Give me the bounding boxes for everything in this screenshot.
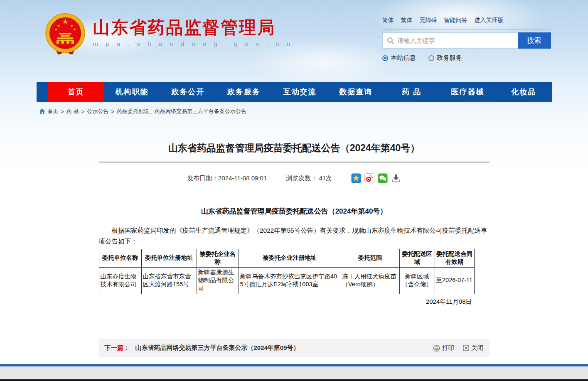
breadcrumb-announcements[interactable]: 公示公告 (87, 108, 108, 115)
view-count-value: 41次 (319, 175, 332, 182)
radio-selected-icon (382, 55, 388, 61)
scope-site-info-radio[interactable]: 本站信息 (382, 54, 416, 62)
main-nav: 首页 机构职能 政务公开 政务服务 互动交流 数据查询 药 品 医疗器械 化妆品 (37, 82, 552, 102)
utility-links: 简体 繁体 无障碍 智能问答 进入关怀版 (382, 17, 551, 29)
print-label: 打印 (442, 344, 455, 352)
view-count: 浏览次数： 41次 (286, 175, 332, 182)
link-traditional[interactable]: 繁体 (401, 17, 413, 24)
link-care-version[interactable]: 进入关怀版 (475, 17, 504, 24)
cell-contract-validity: 至2026-07-11 (435, 267, 474, 294)
col-region: 委托配送区域 (399, 249, 435, 267)
nav-spacer (37, 82, 48, 102)
col-contract-validity: 委托配送合同有效期 (435, 249, 474, 267)
nav-item-gov-service[interactable]: 政务服务 (216, 82, 272, 102)
article-paragraph: 根据国家药监局印发的《疫苗生产流通管理规定》（2022年第55号公告）有关要求，… (99, 225, 490, 247)
col-entrusting-address: 委托单位注册地址 (141, 249, 197, 267)
footer-dark-strip (0, 379, 588, 381)
footer-gray-strip (0, 366, 588, 379)
site-url: m p a . s h a n d o n g . g o v . c n (93, 40, 293, 47)
search-icon (387, 37, 394, 44)
nav-item-cosmetics[interactable]: 化妆品 (496, 82, 552, 102)
search-button[interactable]: 搜索 (518, 32, 551, 49)
cell-entrusting-address: 山东省东营市东营区大渡河路155号 (141, 267, 197, 294)
link-smart-qa[interactable]: 智能问答 (444, 17, 467, 24)
page-footer (0, 364, 588, 381)
nav-item-home[interactable]: 首页 (48, 82, 104, 102)
article-footer-bar: 下一篇： 山东省药品网络交易第三方平台备案公示（2024年第09号） 打印 (99, 339, 490, 357)
search-input[interactable] (398, 37, 514, 44)
breadcrumb-home[interactable]: 首页 (48, 108, 59, 115)
breadcrumb-separator: > (81, 108, 85, 115)
radio-unselected-icon (428, 55, 434, 61)
weibo-share-icon[interactable] (364, 173, 374, 183)
cell-entrusted-name: 新疆鑫康源生物制品有限公司 (197, 267, 239, 294)
share-bar (351, 173, 401, 183)
col-entrusted-address: 被委托企业注册地址 (239, 249, 341, 267)
national-emblem-icon: ★ ★ ★ ★ ★ (43, 12, 87, 58)
svg-text:★: ★ (70, 24, 74, 28)
nav-item-interaction[interactable]: 互动交流 (272, 82, 328, 102)
article-subtitle: 山东省药品监督管理局疫苗委托配送公告（2024年第40号） (99, 206, 490, 216)
nav-item-functions[interactable]: 机构职能 (104, 82, 160, 102)
col-entrusting-name: 委托单位名称 (99, 249, 141, 267)
article-meta: 发布日期：2024-11-08 09:01 浏览次数： 41次 (99, 173, 490, 183)
publish-date-label: 发布日期： (187, 175, 218, 182)
nav-item-drugs[interactable]: 药 品 (384, 82, 440, 102)
close-icon (463, 345, 469, 351)
home-icon (39, 108, 45, 114)
delegation-table: 委托单位名称 委托单位注册地址 被委托企业名称 被委托企业注册地址 委托范围 委… (99, 249, 475, 294)
search-box (382, 32, 518, 49)
cell-region: 新疆区域（含仓储） (399, 267, 435, 294)
site-header: ★ ★ ★ ★ ★ 山东省药品监督管理局 m p a . s h a n d o… (37, 0, 552, 82)
download-icon[interactable] (391, 173, 401, 183)
publish-date: 发布日期：2024-11-08 09:01 (187, 175, 267, 182)
breadcrumb: 首页 > 药 品 > 公示公告 > 药品委托配送、药品网络交易第三方平台备案公示… (37, 102, 552, 115)
breadcrumb-separator: > (111, 108, 114, 115)
scope-gov-service-label: 政务服务 (437, 54, 462, 62)
nav-item-data-query[interactable]: 数据查询 (328, 82, 384, 102)
nav-item-gov-disclosure[interactable]: 政务公开 (160, 82, 216, 102)
svg-text:★: ★ (57, 24, 60, 28)
svg-text:★: ★ (73, 27, 76, 32)
next-article-label: 下一篇： (105, 344, 130, 352)
col-scope: 委托范围 (341, 249, 399, 267)
site-name: 山东省药品监督管理局 (93, 18, 293, 37)
cell-entrusting-name: 山东亦度生物技术有限公司 (99, 267, 141, 294)
scope-site-info-label: 本站信息 (391, 54, 416, 62)
link-accessibility[interactable]: 无障碍 (420, 17, 437, 24)
qzone-share-icon[interactable] (351, 173, 361, 183)
print-button[interactable]: 打印 (433, 344, 455, 352)
cell-scope: 冻干人用狂犬病疫苗（Vero细胞） (341, 267, 399, 294)
table-header-row: 委托单位名称 委托单位注册地址 被委托企业名称 被委托企业注册地址 委托范围 委… (99, 249, 474, 267)
sign-date: 2024年11月08日 (99, 298, 490, 306)
link-simplified[interactable]: 简体 (382, 17, 394, 24)
svg-text:★: ★ (62, 17, 68, 26)
breadcrumb-current[interactable]: 药品委托配送、药品网络交易第三方平台备案公示公告 (117, 108, 246, 115)
col-entrusted-name: 被委托企业名称 (197, 249, 239, 267)
title-divider (99, 162, 490, 162)
wechat-share-icon[interactable] (378, 173, 388, 183)
close-button[interactable]: 关闭 (463, 344, 484, 352)
nav-item-medical-devices[interactable]: 医疗器械 (440, 82, 496, 102)
table-row: 山东亦度生物技术有限公司 山东省东营市东营区大渡河路155号 新疆鑫康源生物制品… (99, 267, 474, 294)
site-logo[interactable]: ★ ★ ★ ★ ★ 山东省药品监督管理局 m p a . s h a n d o… (43, 12, 293, 58)
view-count-label: 浏览次数： (286, 175, 317, 182)
dotted-divider (99, 325, 490, 325)
cell-entrusted-address: 新疆乌鲁木齐市沙依巴克区伊宁路405号德汇万达E2写字楼1003室 (239, 267, 341, 294)
search-scope-options: 本站信息 政务服务 (382, 54, 551, 62)
page-title: 山东省药品监督管理局疫苗委托配送公告（2024年第40号） (99, 142, 490, 155)
printer-icon (433, 345, 440, 352)
next-article-link[interactable]: 山东省药品网络交易第三方平台备案公示（2024年第09号） (135, 344, 300, 352)
scope-gov-service-radio[interactable]: 政务服务 (428, 54, 462, 62)
breadcrumb-drugs[interactable]: 药 品 (66, 108, 79, 115)
close-label: 关闭 (471, 344, 484, 352)
svg-text:★: ★ (54, 27, 57, 32)
breadcrumb-separator: > (61, 108, 64, 115)
publish-date-value: 2024-11-08 09:01 (218, 175, 267, 182)
